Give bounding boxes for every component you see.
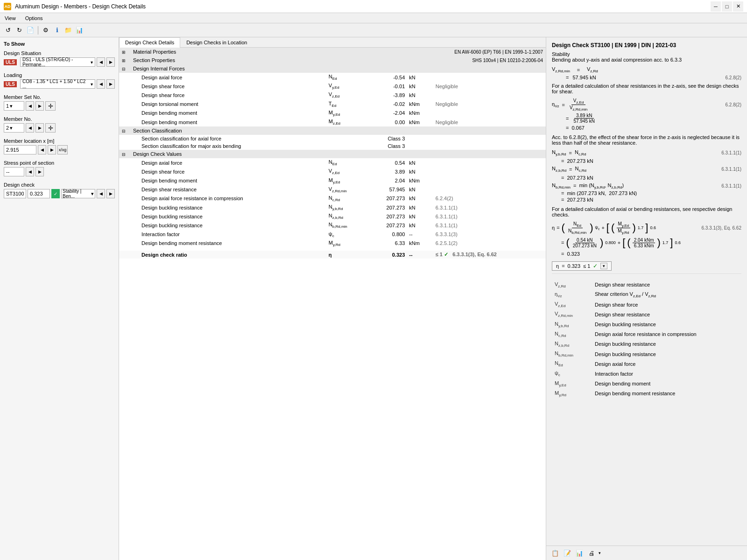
shear-formula-line2: = 57.945 kN 6.2.8(2)	[552, 75, 741, 80]
expand-forces-icon[interactable]: ⊟	[122, 67, 126, 71]
design-check-id[interactable]	[4, 189, 26, 198]
internal-forces-header[interactable]: ⊟ Design Internal Forces	[119, 64, 546, 73]
expand-section-icon[interactable]: ⊞	[122, 58, 126, 63]
legend-row: NEd Design axial force	[553, 359, 740, 368]
design-check-row: ✓ Stability | Ben... ▾ ◀ ▶	[4, 189, 115, 198]
chevron-down-icon-5: ▾	[91, 191, 94, 197]
rp-btn-1[interactable]: 📋	[550, 548, 560, 558]
next-location-btn[interactable]: ▶	[48, 145, 56, 154]
toolbar-btn-6[interactable]: 📁	[63, 25, 73, 35]
rp-btn-4[interactable]: 🖨	[586, 548, 597, 558]
close-button[interactable]: ✕	[733, 1, 743, 12]
toolbar-btn-7[interactable]: 📊	[74, 25, 85, 35]
toolbar: ↺ ↻ 📄 ⚙ ℹ 📁 📊	[0, 23, 747, 37]
legend-table: Vz,Rd Design shear resistance ηVz Shear …	[552, 280, 741, 399]
rp-dropdown-arrow: ▾	[599, 551, 601, 555]
prev-member-set-btn[interactable]: ◀	[26, 101, 34, 111]
stress-point-input[interactable]	[4, 167, 24, 176]
location-section: Member location x [m] ◀ ▶ x/xg	[4, 138, 115, 156]
member-set-row: 1 ▾ ◀ ▶ ✛	[4, 101, 115, 111]
material-label: Material Properties	[130, 48, 367, 56]
design-check-ratio[interactable]	[28, 189, 50, 198]
minimize-button[interactable]: ─	[711, 1, 721, 12]
chevron-down-icon-2: ▾	[91, 82, 93, 87]
expand-check-values-icon[interactable]: ⊟	[122, 152, 126, 157]
member-set-dropdown[interactable]: 1 ▾	[4, 101, 24, 111]
eta-vz-line2: = 3.89 kN 57.945 kN	[552, 113, 741, 124]
check-values-header[interactable]: ⊟ Design Check Values	[119, 150, 546, 158]
legend-row: Nb,Rd,min Design buckling resistance	[553, 350, 740, 358]
table-row: Design buckling resistance Nb,Rd,min 207…	[119, 221, 546, 230]
maximize-button[interactable]: □	[722, 1, 732, 12]
check-pass-indicator: ✓	[444, 252, 448, 257]
menu-view[interactable]: View	[2, 14, 19, 22]
section-class-label: Section Classification	[130, 126, 546, 135]
buckling-line1: Ny,b,Rd = Nc,Rd 6.3.1.1(1)	[552, 149, 741, 156]
next-check-btn[interactable]: ▶	[106, 189, 115, 198]
divider-1	[552, 273, 741, 274]
menu-bar: View Options	[0, 13, 747, 23]
shear-formula-block: Vz,Rd,min = Vz,Rd = 57.945 kN 6.2.8(2)	[552, 66, 741, 80]
next-member-btn[interactable]: ▶	[35, 123, 44, 133]
location-special-btn[interactable]: x/xg	[57, 145, 68, 154]
shear-neglect-note: Acc. to 6.2.8(2), the effect of the shea…	[552, 134, 741, 146]
tab-design-checks-location[interactable]: Design Checks in Location	[180, 37, 253, 47]
section-value: SHS 100x4 | EN 10210-2:2006-04	[367, 56, 546, 64]
check-type-dropdown[interactable]: Stability | Ben... ▾	[61, 189, 95, 198]
ref-633-1: 6.3.3.1(3), Eq. 6.62	[701, 225, 741, 231]
buckling-min-line3: = 207.273 kN	[552, 197, 741, 203]
rp-btn-3[interactable]: 📊	[574, 548, 585, 558]
legend-row: ψc Interaction factor	[553, 369, 740, 378]
toolbar-btn-5[interactable]: ℹ	[52, 25, 62, 35]
right-panel: Design Check ST3100 | EN 1999 | DIN | 20…	[546, 37, 747, 546]
rp-btn-2[interactable]: 📝	[562, 548, 572, 558]
section-class-header[interactable]: ⊟ Section Classification	[119, 126, 546, 135]
loading-dropdown[interactable]: CO8 - 1.35 * LC1 + 1.50 * LC2 ... ▾	[20, 79, 95, 89]
window-title: Aluminum Design - Members - Design Check…	[15, 3, 146, 10]
prev-stress-btn[interactable]: ◀	[26, 167, 34, 176]
eta-dropdown-btn[interactable]: ▾	[600, 263, 607, 269]
prev-check-btn[interactable]: ◀	[97, 189, 105, 198]
toolbar-btn-3[interactable]: 📄	[25, 25, 35, 35]
ref-631-1: 6.3.1.1(1)	[721, 150, 741, 155]
buckling-line2: = 207.273 kN	[552, 158, 741, 164]
toolbar-separator-1	[38, 26, 38, 35]
prev-location-btn[interactable]: ◀	[38, 145, 46, 154]
table-row: Design axial force resistance in compres…	[119, 194, 546, 203]
tab-design-check-details[interactable]: Design Check Details	[119, 37, 180, 48]
legend-row: Vz,Ed Design shear force	[553, 300, 740, 309]
next-stress-btn[interactable]: ▶	[35, 167, 44, 176]
uls-badge-2: ULS	[4, 81, 17, 87]
member-no-dropdown[interactable]: 2 ▾	[4, 123, 24, 133]
design-situation-section: Design Situation ULS DS1 - ULS (STR/GEO)…	[4, 50, 115, 69]
expand-material-icon[interactable]: ⊞	[122, 50, 126, 55]
table-row: Design bending moment My,Ed -2.04 kNm	[119, 109, 546, 118]
menu-options[interactable]: Options	[22, 14, 46, 22]
toolbar-btn-1[interactable]: ↺	[3, 25, 13, 35]
design-check-label: Design check	[4, 182, 115, 188]
section-properties-row[interactable]: ⊞ Section Properties SHS 100x4 | EN 1021…	[119, 56, 546, 64]
design-situation-dropdown[interactable]: DS1 - ULS (STR/GEO) - Permane... ▾	[20, 57, 95, 67]
prev-loading-btn[interactable]: ◀	[97, 79, 105, 89]
next-member-set-btn[interactable]: ▶	[35, 101, 44, 111]
material-properties-row[interactable]: ⊞ Material Properties EN AW-6060 (EP) T6…	[119, 48, 546, 56]
prev-member-btn[interactable]: ◀	[26, 123, 34, 133]
toolbar-btn-4[interactable]: ⚙	[41, 25, 51, 35]
member-no-target-btn[interactable]: ✛	[45, 123, 56, 133]
prev-situation-btn[interactable]: ◀	[97, 57, 105, 67]
next-loading-btn[interactable]: ▶	[106, 79, 115, 89]
next-situation-btn[interactable]: ▶	[106, 57, 115, 67]
toolbar-btn-2[interactable]: ↻	[14, 25, 24, 35]
app-icon: AD	[4, 3, 11, 10]
member-set-target-btn[interactable]: ✛	[45, 101, 56, 111]
buckling-min-line2: = min (207.273 kN, 207.273 kN)	[552, 190, 741, 196]
right-panel-title: Design Check ST3100 | EN 1999 | DIN | 20…	[552, 42, 741, 49]
expand-class-icon[interactable]: ⊟	[122, 129, 126, 133]
window-controls: ─ □ ✕	[711, 1, 743, 12]
location-input[interactable]	[4, 145, 36, 154]
check-green-icon: ✓	[593, 263, 598, 269]
ref-628-2b: 6.2.8(2)	[726, 102, 741, 107]
legend-row: Nz,b,Rd Design buckling resistance	[553, 340, 740, 349]
table-row: Design bending moment My,Ed 2.04 kNm	[119, 176, 546, 185]
main-container: To Show Design Situation ULS DS1 - ULS (…	[0, 37, 747, 560]
